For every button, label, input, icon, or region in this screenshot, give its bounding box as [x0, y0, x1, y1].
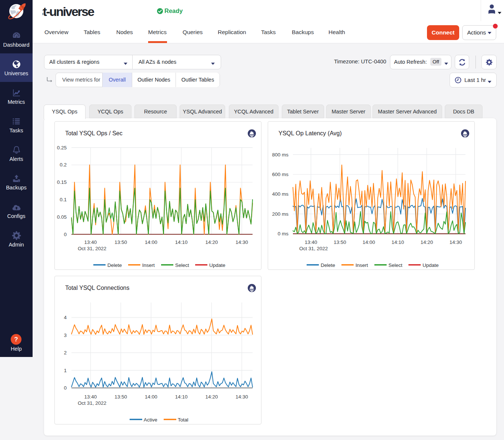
svg-text:600 ms: 600 ms [272, 172, 289, 177]
svg-text:13:40: 13:40 [84, 239, 97, 245]
svg-text:14:00: 14:00 [145, 394, 157, 400]
svg-text:13:40: 13:40 [84, 394, 97, 400]
svg-text:0 ms: 0 ms [278, 231, 289, 236]
svg-text:14:30: 14:30 [236, 394, 248, 400]
svg-text:Delete: Delete [321, 262, 335, 268]
svg-text:Oct 31, 2022: Oct 31, 2022 [78, 246, 106, 251]
svg-text:14:20: 14:20 [205, 239, 218, 245]
svg-text:Active: Active [144, 417, 157, 423]
svg-text:14:10: 14:10 [175, 394, 188, 400]
svg-text:Insert: Insert [356, 262, 368, 268]
svg-text:4: 4 [64, 315, 67, 320]
svg-text:Insert: Insert [142, 262, 155, 268]
svg-text:Oct 31, 2022: Oct 31, 2022 [299, 246, 328, 251]
svg-text:0.25: 0.25 [57, 145, 67, 150]
svg-text:0.2: 0.2 [60, 162, 67, 168]
svg-text:14:00: 14:00 [363, 239, 375, 245]
svg-text:0: 0 [64, 232, 67, 237]
svg-text:Update: Update [423, 262, 439, 268]
svg-text:Delete: Delete [107, 262, 122, 268]
svg-text:14:00: 14:00 [145, 239, 157, 245]
svg-text:14:30: 14:30 [450, 239, 462, 245]
svg-text:14:10: 14:10 [175, 239, 188, 245]
svg-text:2: 2 [64, 350, 67, 355]
svg-text:400 ms: 400 ms [272, 191, 289, 197]
svg-text:Total: Total [178, 417, 188, 423]
svg-text:Select: Select [175, 262, 189, 268]
svg-text:Select: Select [388, 262, 403, 268]
svg-text:13:40: 13:40 [305, 239, 317, 245]
svg-text:800 ms: 800 ms [272, 152, 289, 158]
svg-text:13:50: 13:50 [114, 394, 127, 400]
svg-text:0: 0 [64, 385, 67, 391]
svg-text:0.15: 0.15 [57, 179, 67, 185]
svg-text:13:50: 13:50 [334, 239, 346, 245]
svg-text:14:10: 14:10 [391, 239, 404, 245]
svg-text:3: 3 [64, 333, 67, 338]
svg-text:Oct 31, 2022: Oct 31, 2022 [78, 400, 106, 406]
svg-text:0.1: 0.1 [60, 197, 67, 202]
svg-text:14:20: 14:20 [205, 394, 218, 400]
svg-text:14:30: 14:30 [236, 239, 248, 245]
svg-text:Update: Update [209, 262, 226, 268]
svg-text:0.05: 0.05 [57, 214, 67, 220]
svg-text:14:20: 14:20 [421, 239, 433, 245]
svg-text:200 ms: 200 ms [272, 211, 289, 217]
svg-text:1: 1 [64, 368, 67, 373]
svg-text:13:50: 13:50 [114, 239, 127, 245]
